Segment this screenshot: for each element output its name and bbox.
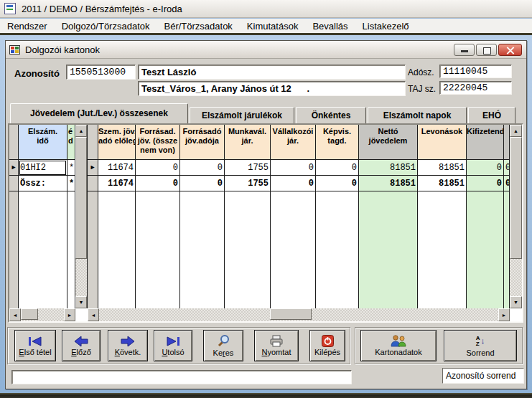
row-indicator: ► (9, 160, 18, 176)
child-window-title: Dolgozói kartonok (25, 44, 100, 55)
next-arrow-icon (120, 336, 136, 347)
grid-cell[interactable]: 1755 (225, 176, 270, 191)
scrollbar-thumb[interactable] (21, 308, 38, 320)
first-record-button[interactable]: Első tétel (14, 330, 56, 361)
application-window: 2011 / DEMO / Bérszámfejtés - e-Iroda Re… (0, 0, 532, 398)
column-netto-jovedelem: Nettójövedelem 81851 81851 (359, 125, 418, 308)
left-grid-vertical-scrollbar[interactable]: ▲ ▼ (75, 125, 88, 308)
scrollbar-corner (75, 308, 88, 321)
column-forrasad-jov: Forrásad.jöv. (összenem von) 0 0 (136, 125, 180, 308)
menu-bevallas[interactable]: Bevallás (305, 21, 355, 32)
grid-cell[interactable]: 0 (180, 176, 224, 191)
grid-cell[interactable]: 1755 (225, 160, 270, 176)
next-record-button[interactable]: Követk. (108, 330, 148, 361)
dolgozoi-kartonok-window: Dolgozói kartonok Azonosító 1550513000 T… (5, 40, 527, 389)
column-levonasok: Levonások 81851 81851 (418, 125, 467, 308)
scroll-down-icon[interactable]: ▼ (510, 296, 522, 308)
scrollbar-thumb[interactable] (75, 137, 87, 259)
tab-elszamolt-napok[interactable]: Elszámolt napok (368, 107, 467, 123)
grid-cell-flag[interactable]: * (67, 160, 75, 176)
restore-button[interactable] (476, 44, 497, 56)
column-munkaval-jar: Munkavál.jár. 1755 1755 (225, 125, 271, 308)
scrollbar-thumb[interactable] (270, 308, 312, 320)
menu-listakezelo[interactable]: Listakezelő (355, 21, 416, 32)
grid-cell[interactable]: 0 (136, 160, 179, 176)
previous-arrow-icon (73, 336, 89, 347)
tab-elszamolt-jarulekok[interactable]: Elszámolt járulékok (190, 107, 294, 123)
grid-cell[interactable]: 81851 (418, 160, 466, 176)
scrollbar-corner (510, 308, 522, 321)
grid-cell-period[interactable]: Össz: (19, 176, 67, 191)
scroll-up-icon[interactable]: ▲ (510, 125, 522, 137)
print-button[interactable]: Nyomtat (254, 330, 299, 361)
row-indicator (9, 176, 18, 191)
minimize-button[interactable] (454, 44, 475, 56)
menu-bar: Rendszer Dolgozó/Törzsadatok Bér/Törzsad… (0, 19, 532, 33)
header-elszam-ido: Elszám. idő (19, 125, 67, 160)
taj-number-label: TAJ sz. (408, 84, 436, 94)
menu-rendszer[interactable]: Rendszer (0, 21, 55, 32)
column-forrasado-jov-adoja: Forrásadójöv.adója 0 0 (180, 125, 225, 308)
grid-cell[interactable]: 0 (316, 160, 358, 176)
grid-cell[interactable]: 0 (504, 160, 509, 176)
right-indicator-column: ► (88, 125, 98, 308)
tab-bar: Jövedelem (Jut./Lev.) összesenek Elszámo… (10, 103, 517, 123)
grid-cell-period[interactable]: 01HI2 (19, 160, 67, 176)
right-grid-horizontal-scrollbar[interactable]: ◄ ► (88, 308, 510, 321)
right-grid-vertical-scrollbar[interactable]: ▲ ▼ (510, 125, 522, 308)
grid-cell[interactable]: 0 (316, 176, 358, 191)
scroll-left-icon[interactable]: ◄ (88, 308, 99, 321)
last-record-button[interactable]: Utolsó (154, 330, 192, 361)
scroll-up-icon[interactable]: ▲ (75, 125, 87, 137)
grid-cell[interactable]: 0 (136, 176, 179, 191)
card-data-button[interactable]: Kartonadatok (360, 330, 437, 361)
previous-record-button[interactable]: Előző (62, 330, 101, 361)
grid-cell[interactable]: 81851 (359, 176, 417, 191)
column-kepvis-tagd: Képvis.tagd. 0 0 (316, 125, 359, 308)
grid-cell[interactable]: 0 (467, 176, 503, 191)
scroll-left-icon[interactable]: ◄ (9, 308, 21, 321)
grid-cell[interactable]: 81851 (418, 176, 466, 191)
grid-cell[interactable]: 81851 (359, 160, 417, 176)
grid-cell[interactable]: 0 (467, 160, 503, 176)
grid-cell[interactable]: 11674 (98, 176, 135, 191)
taj-number-field[interactable]: 22220045 (439, 81, 512, 95)
grid-cell-flag[interactable]: * (67, 176, 75, 191)
id-input[interactable]: 1550513000 (66, 65, 136, 80)
menu-dolgozo-torzsadatok[interactable]: Dolgozó/Törzsadatok (55, 21, 157, 32)
search-button[interactable]: Keres (203, 330, 243, 361)
tab-onkentes[interactable]: Önkéntes (296, 107, 366, 123)
scroll-right-icon[interactable]: ► (64, 308, 75, 321)
left-grid-horizontal-scrollbar[interactable]: ◄ ► (9, 308, 75, 321)
tax-number-field[interactable]: 11110045 (439, 65, 512, 78)
sort-button[interactable]: AZ ↓ Sorrend (444, 330, 517, 361)
scroll-down-icon[interactable]: ▼ (75, 296, 87, 308)
app-icon (4, 3, 16, 14)
child-window-icon (9, 45, 20, 55)
main-title-bar[interactable]: 2011 / DEMO / Bérszámfejtés - e-Iroda (0, 0, 532, 18)
grid-cell[interactable]: 0 (504, 176, 509, 191)
grid-cell[interactable]: 0 (180, 160, 224, 176)
scroll-right-icon[interactable]: ► (498, 308, 510, 321)
left-indicator-column: ► (9, 125, 19, 308)
child-title-bar[interactable]: Dolgozói kartonok (6, 41, 526, 59)
main-window-title: 2011 / DEMO / Bérszámfejtés - e-Iroda (22, 4, 182, 14)
people-icon (390, 335, 407, 347)
first-arrow-icon (26, 336, 45, 347)
employee-address-field[interactable]: Teszt_Város_1, Arany János út 12 . (138, 81, 406, 96)
employee-name-field[interactable]: Teszt László (138, 65, 406, 80)
exit-button[interactable]: Kilépés (309, 330, 345, 361)
tab-jovedelem-osszesenek[interactable]: Jövedelem (Jut./Lev.) összesenek (10, 103, 188, 123)
grid-cell[interactable]: 11674 (98, 160, 135, 176)
power-off-icon (322, 335, 334, 347)
data-grid: ► Elszám. idő 01HI2 Össz: (8, 123, 523, 323)
grid-cell[interactable]: 0 (271, 160, 315, 176)
close-button[interactable] (498, 44, 522, 56)
menu-kimutatasok[interactable]: Kimutatások (240, 21, 306, 32)
tab-eho[interactable]: EHÓ (468, 107, 515, 123)
grid-cell[interactable]: 0 (271, 176, 315, 191)
menu-ber-torzsadatok[interactable]: Bér/Törzsadatok (157, 21, 239, 32)
scrollbar-thumb[interactable] (510, 137, 522, 259)
id-label: Azonosító (14, 68, 60, 79)
footer-search-input[interactable] (11, 370, 352, 384)
